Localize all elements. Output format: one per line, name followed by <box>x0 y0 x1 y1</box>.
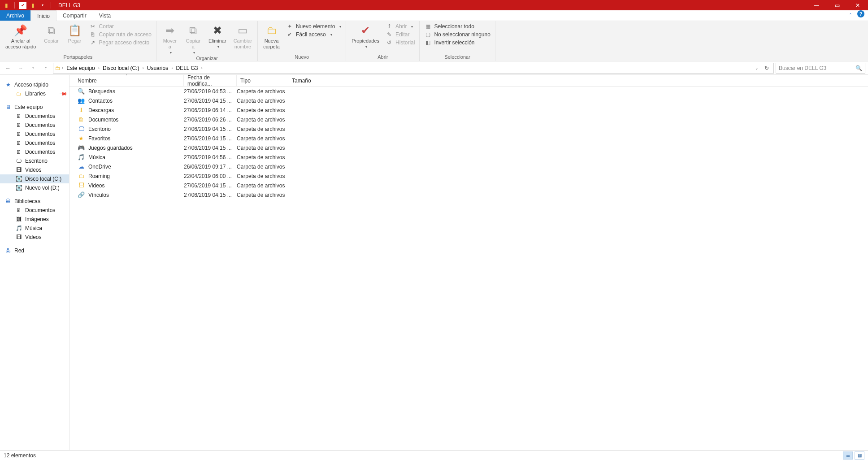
collapse-ribbon-button[interactable]: ˄ <box>846 10 855 21</box>
tree-item[interactable]: 🖼Imágenes <box>0 215 69 224</box>
tree-item[interactable]: 💽Disco local (C:) <box>0 174 69 183</box>
tree-item[interactable]: 🗎Documentos <box>0 130 69 139</box>
file-date: 27/06/2019 04:15 ... <box>184 182 237 189</box>
tree-libraries[interactable]: 🗀Libraries📌 <box>0 89 69 98</box>
close-button[interactable]: ✕ <box>847 0 868 10</box>
file-row[interactable]: 👥Contactos27/06/2019 04:15 ...Carpeta de… <box>69 96 868 105</box>
breadcrumb-segment[interactable]: DELL G3 <box>174 63 200 73</box>
tree-quick-access[interactable]: ★Acceso rápido <box>0 80 69 89</box>
invert-selection-button[interactable]: ◧Invertir selección <box>422 39 492 46</box>
refresh-button[interactable]: ↻ <box>762 63 772 73</box>
file-row[interactable]: ⬇Descargas27/06/2019 06:14 ...Carpeta de… <box>69 105 868 115</box>
chevron-right-icon[interactable]: › <box>142 63 144 73</box>
tab-inicio[interactable]: Inicio <box>30 10 56 21</box>
paste-button[interactable]: 📋 Pegar <box>64 22 86 44</box>
column-size[interactable]: Tamaño <box>288 75 323 86</box>
view-large-button[interactable]: ▦ <box>855 451 864 460</box>
tree-item-icon: 🎵 <box>15 225 22 231</box>
pin-quick-access-button[interactable]: 📌 Anclar al acceso rápido <box>3 22 39 50</box>
minimize-button[interactable]: — <box>806 0 827 10</box>
tree-item[interactable]: 🎵Música <box>0 224 69 233</box>
tab-vista[interactable]: Vista <box>93 10 117 21</box>
delete-button[interactable]: ✖Eliminar <box>206 22 229 49</box>
tree-item[interactable]: 🗎Documentos <box>0 112 69 121</box>
new-item-button[interactable]: ✦Nuevo elemento <box>284 23 343 30</box>
breadcrumb-segment[interactable]: Usuarios <box>145 63 170 73</box>
invert-icon: ◧ <box>424 39 431 46</box>
tree-item[interactable]: 🗎Documentos <box>0 148 69 156</box>
breadcrumb-segment[interactable]: Disco local (C:) <box>101 63 141 73</box>
new-item-icon: ✦ <box>286 23 293 30</box>
forward-button[interactable]: → <box>15 63 26 74</box>
edit-button[interactable]: ✎Editar <box>384 31 417 38</box>
file-row[interactable]: 🎮Juegos guardados27/06/2019 04:15 ...Car… <box>69 143 868 152</box>
address-bar[interactable]: 🗀 › Este equipo › Disco local (C:) › Usu… <box>53 63 774 74</box>
tree-item[interactable]: 🎞Videos <box>0 165 69 174</box>
search-input[interactable] <box>779 65 855 71</box>
easy-access-button[interactable]: ✔Fácil acceso <box>284 31 343 38</box>
file-row[interactable]: ★Favoritos27/06/2019 04:15 ...Carpeta de… <box>69 134 868 143</box>
tab-file[interactable]: Archivo <box>0 10 30 21</box>
tree-item[interactable]: 🖵Escritorio <box>0 156 69 165</box>
pin-icon: 📌 <box>59 89 67 98</box>
qat-properties-icon[interactable]: ✔ <box>19 2 26 9</box>
up-button[interactable]: ↑ <box>40 63 51 74</box>
paste-shortcut-button[interactable]: ↗Pegar acceso directo <box>87 39 153 46</box>
help-button[interactable]: ? <box>857 10 864 17</box>
view-details-button[interactable]: ☰ <box>843 451 853 460</box>
tree-item[interactable]: 🗎Documentos <box>0 121 69 130</box>
file-type: Carpeta de archivos <box>237 173 288 179</box>
new-folder-button[interactable]: 🗀Nueva carpeta <box>260 22 282 50</box>
select-none-button[interactable]: ▢No seleccionar ninguno <box>422 31 492 38</box>
tree-item[interactable]: 🗎Documentos <box>0 139 69 148</box>
file-rows[interactable]: 🔍Búsquedas27/06/2019 04:53 ...Carpeta de… <box>69 87 868 450</box>
column-name[interactable]: Nombre˄ <box>69 75 184 86</box>
ribbon-group-open: ✔Propiedades ⤴Abrir ✎Editar ↺Historial A… <box>346 21 420 61</box>
file-type: Carpeta de archivos <box>237 145 288 151</box>
search-box[interactable]: 🔍 <box>776 63 865 74</box>
qat-dropdown-icon[interactable]: ▾ <box>39 2 46 9</box>
chevron-right-icon[interactable]: › <box>200 63 203 73</box>
breadcrumb-segment[interactable]: Este equipo <box>65 63 96 73</box>
copy-button[interactable]: ⧉ Copiar <box>41 22 62 44</box>
tree-libraries-root[interactable]: 🏛Bibliotecas <box>0 197 69 206</box>
file-row[interactable]: 🎵Música27/06/2019 04:56 ...Carpeta de ar… <box>69 152 868 162</box>
file-row[interactable]: 🗎Documentos27/06/2019 06:26 ...Carpeta d… <box>69 115 868 124</box>
move-to-button[interactable]: ➡Mover a <box>159 22 181 55</box>
file-row[interactable]: 🔍Búsquedas27/06/2019 04:53 ...Carpeta de… <box>69 87 868 96</box>
tree-item[interactable]: 🎞Videos <box>0 233 69 242</box>
cut-button[interactable]: ✂Cortar <box>87 23 153 30</box>
back-button[interactable]: ← <box>3 63 13 74</box>
select-all-button[interactable]: ▦Seleccionar todo <box>422 23 492 30</box>
chevron-right-icon[interactable]: › <box>61 63 64 73</box>
file-row[interactable]: 🎞Videos27/06/2019 04:15 ...Carpeta de ar… <box>69 181 868 190</box>
column-type[interactable]: Tipo <box>237 75 288 86</box>
tab-compartir[interactable]: Compartir <box>56 10 93 21</box>
tree-network[interactable]: 🖧Red <box>0 246 69 255</box>
file-row[interactable]: ☁OneDrive26/06/2019 09:17 ...Carpeta de … <box>69 162 868 171</box>
recent-dropdown[interactable]: ▾ <box>28 63 39 74</box>
maximize-button[interactable]: ▭ <box>827 0 847 10</box>
file-row[interactable]: 🔗Vínculos27/06/2019 04:15 ...Carpeta de … <box>69 190 868 200</box>
copy-to-button[interactable]: ⧉Copiar a <box>182 22 204 55</box>
history-button[interactable]: ↺Historial <box>384 39 417 46</box>
navigation-tree[interactable]: ★Acceso rápido 🗀Libraries📌 🖥Este equipo … <box>0 75 69 450</box>
copy-path-button[interactable]: ⎘Copiar ruta de acceso <box>87 31 153 38</box>
chevron-right-icon[interactable]: › <box>171 63 173 73</box>
tree-item[interactable]: 🗎Documentos <box>0 206 69 215</box>
open-button[interactable]: ⤴Abrir <box>384 23 417 30</box>
qat-folder-icon[interactable]: ▮ <box>29 2 36 9</box>
address-dropdown[interactable]: ⌄ <box>752 63 762 73</box>
file-row[interactable]: 🗀Roaming22/04/2019 06:00 ...Carpeta de a… <box>69 171 868 181</box>
properties-button[interactable]: ✔Propiedades <box>349 22 382 49</box>
rename-button[interactable]: ▭Cambiar nombre <box>231 22 255 50</box>
column-date[interactable]: Fecha de modifica... <box>184 75 237 86</box>
search-icon[interactable]: 🔍 <box>855 65 862 71</box>
file-date: 27/06/2019 04:15 ... <box>184 145 237 151</box>
tree-this-pc[interactable]: 🖥Este equipo <box>0 103 69 112</box>
chevron-right-icon[interactable]: › <box>98 63 100 73</box>
file-row[interactable]: 🖵Escritorio27/06/2019 04:15 ...Carpeta d… <box>69 124 868 134</box>
tree-item[interactable]: 💽Nuevo vol (D:) <box>0 183 69 192</box>
file-icon: ★ <box>78 135 85 142</box>
tree-item-icon: 🗎 <box>15 131 22 137</box>
